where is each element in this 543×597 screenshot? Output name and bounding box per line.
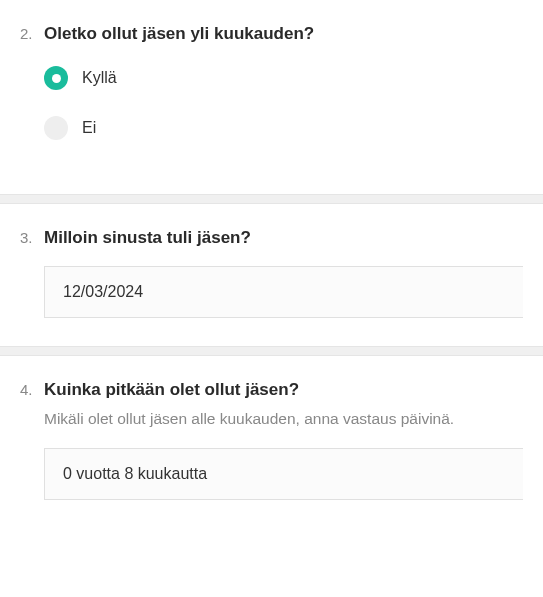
radio-option-yes[interactable]: Kyllä: [44, 66, 523, 90]
question-4: 4. Kuinka pitkään olet ollut jäsen? Mikä…: [0, 356, 543, 508]
divider: [0, 346, 543, 356]
divider: [0, 194, 543, 204]
question-header: 3. Milloin sinusta tuli jäsen?: [20, 228, 523, 248]
question-subtitle: Mikäli olet ollut jäsen alle kuukauden, …: [44, 408, 523, 430]
question-2: 2. Oletko ollut jäsen yli kuukauden? Kyl…: [0, 0, 543, 194]
question-number: 3.: [20, 229, 36, 246]
duration-input[interactable]: 0 vuotta 8 kuukautta: [44, 448, 523, 500]
question-header: 4. Kuinka pitkään olet ollut jäsen?: [20, 380, 523, 400]
radio-selected-icon: [44, 66, 68, 90]
question-title: Oletko ollut jäsen yli kuukauden?: [44, 24, 314, 44]
question-title: Kuinka pitkään olet ollut jäsen?: [44, 380, 299, 400]
radio-options: Kyllä Ei: [44, 66, 523, 140]
radio-unselected-icon: [44, 116, 68, 140]
question-number: 2.: [20, 25, 36, 42]
radio-option-no[interactable]: Ei: [44, 116, 523, 140]
radio-label: Ei: [82, 119, 96, 137]
question-header: 2. Oletko ollut jäsen yli kuukauden?: [20, 24, 523, 44]
question-title: Milloin sinusta tuli jäsen?: [44, 228, 251, 248]
question-3: 3. Milloin sinusta tuli jäsen? 12/03/202…: [0, 204, 543, 346]
question-number: 4.: [20, 381, 36, 398]
date-input[interactable]: 12/03/2024: [44, 266, 523, 318]
radio-label: Kyllä: [82, 69, 117, 87]
